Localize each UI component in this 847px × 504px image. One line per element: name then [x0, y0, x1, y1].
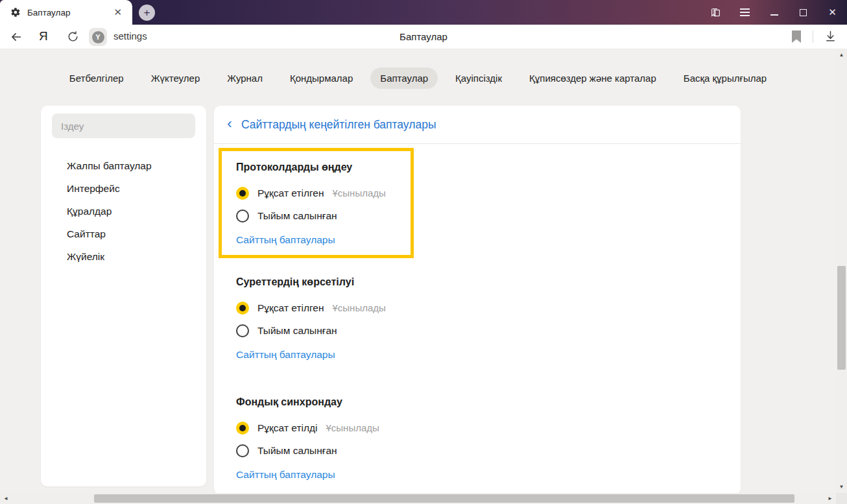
- tab-close-icon[interactable]: ✕: [111, 6, 125, 18]
- menu-button[interactable]: [730, 0, 759, 25]
- sidebar-item-sites[interactable]: Сайттар: [41, 222, 206, 245]
- radio-option-blocked[interactable]: Тыйым салынған: [236, 439, 741, 462]
- section-title: Суреттердің көрсетілуі: [236, 275, 741, 289]
- recommended-badge: Ұсынылады: [333, 187, 386, 198]
- settings-sidebar: Жалпы баптаулар Интерфейс Құралдар Сайтт…: [41, 106, 206, 486]
- horizontal-scrollbar-thumb[interactable]: [94, 494, 794, 503]
- sidebar-items: Жалпы баптаулар Интерфейс Құралдар Сайтт…: [41, 154, 206, 268]
- nav-tab-bookmarks[interactable]: Бетбелгілер: [60, 67, 134, 89]
- chevron-left-icon: ‹: [224, 117, 235, 131]
- toolbar-divider: [813, 30, 813, 43]
- scroll-up-icon[interactable]: ▲: [836, 51, 847, 60]
- hamburger-icon: [740, 8, 750, 16]
- radio-label: Тыйым салынған: [257, 210, 337, 222]
- radio-unselected-icon[interactable]: [236, 324, 249, 337]
- panels-glyph: [710, 8, 721, 18]
- scrollbar-corner: [836, 493, 847, 504]
- site-settings-link[interactable]: Сайттың баптаулары: [236, 233, 335, 247]
- close-window-button[interactable]: ✕: [818, 0, 847, 25]
- radio-unselected-icon[interactable]: [236, 444, 249, 457]
- radio-selected-icon[interactable]: [236, 422, 249, 435]
- scroll-down-icon[interactable]: ▼: [836, 483, 847, 492]
- minimize-icon: [770, 14, 778, 16]
- maximize-button[interactable]: [789, 0, 818, 25]
- page-title: Сайттардың кеңейтілген баптаулары: [241, 118, 436, 132]
- radio-option-allowed[interactable]: Рұқсат етілген Ұсынылады: [236, 296, 741, 319]
- new-tab-button[interactable]: +: [139, 5, 155, 21]
- recommended-badge: Ұсынылады: [326, 422, 379, 433]
- sidebar-item-interface[interactable]: Интерфейс: [41, 177, 206, 200]
- nav-tab-history[interactable]: Журнал: [217, 67, 272, 89]
- horizontal-scrollbar[interactable]: ◄ ►: [0, 493, 836, 504]
- scroll-right-icon[interactable]: ►: [826, 493, 835, 504]
- section-background-sync: Фондық синхрондау Рұқсат етілді Ұсынылад…: [236, 395, 741, 482]
- radio-option-blocked[interactable]: Тыйым салынған: [236, 204, 411, 227]
- scroll-left-icon[interactable]: ◄: [1, 493, 10, 504]
- browser-tab-strip: Баптаулар ✕ + ✕: [0, 0, 847, 25]
- search-input[interactable]: [52, 114, 195, 138]
- window-controls: ✕: [701, 0, 847, 25]
- browser-tab-active[interactable]: Баптаулар ✕: [0, 0, 132, 25]
- recommended-badge: Ұсынылады: [333, 302, 386, 313]
- radio-unselected-icon[interactable]: [236, 210, 249, 222]
- gear-icon: [10, 7, 21, 18]
- radio-label: Тыйым салынған: [257, 445, 337, 457]
- section-title: Фондық синхрондау: [236, 395, 741, 409]
- nav-tab-extensions[interactable]: Қондырмалар: [280, 67, 363, 89]
- radio-option-blocked[interactable]: Тыйым салынған: [236, 319, 741, 342]
- section-image-display: Суреттердің көрсетілуі Рұқсат етілген Ұс…: [236, 275, 741, 362]
- vertical-scrollbar-thumb[interactable]: [837, 266, 846, 370]
- download-icon[interactable]: [824, 30, 837, 43]
- nav-tab-passwords[interactable]: Құпиясөздер және карталар: [519, 67, 666, 89]
- nav-tab-settings[interactable]: Баптаулар: [370, 67, 438, 89]
- toolbar-page-title: Баптаулар: [0, 31, 847, 42]
- minimize-button[interactable]: [759, 0, 789, 25]
- section-title: Протоколдарды өңдеу: [236, 160, 411, 174]
- sidebar-item-system[interactable]: Жүйелік: [41, 245, 206, 268]
- browser-toolbar: Я Y settings Баптаулар: [0, 25, 847, 49]
- page-header[interactable]: ‹ Сайттардың кеңейтілген баптаулары: [214, 106, 741, 144]
- sidebar-item-tools[interactable]: Құралдар: [41, 200, 206, 222]
- sidebar-item-general[interactable]: Жалпы баптаулар: [41, 154, 206, 177]
- nav-tab-other-devices[interactable]: Басқа құрылғылар: [674, 67, 776, 89]
- radio-selected-icon[interactable]: [236, 187, 249, 200]
- side-panel-icon[interactable]: [701, 0, 730, 25]
- section-protocol-handling: Протоколдарды өңдеу Рұқсат етілген Ұсыны…: [219, 148, 414, 258]
- radio-option-allowed[interactable]: Рұқсат етілген Ұсынылады: [236, 182, 411, 204]
- maximize-icon: [800, 9, 807, 16]
- bookmark-icon[interactable]: [791, 30, 802, 43]
- radio-label: Тыйым салынған: [257, 325, 337, 337]
- radio-option-allowed[interactable]: Рұқсат етілді Ұсынылады: [236, 416, 741, 439]
- settings-nav-tabs: Бетбелгілер Жүктеулер Журнал Қондырмалар…: [0, 67, 836, 89]
- settings-main-panel: ‹ Сайттардың кеңейтілген баптаулары Прот…: [214, 106, 741, 495]
- tab-title: Баптаулар: [27, 8, 104, 18]
- nav-tab-security[interactable]: Қауіпсіздік: [446, 67, 512, 89]
- radio-selected-icon[interactable]: [236, 302, 249, 315]
- site-settings-link[interactable]: Сайттың баптаулары: [236, 348, 335, 362]
- radio-label: Рұқсат етілді: [257, 422, 318, 434]
- radio-label: Рұқсат етілген: [257, 302, 324, 314]
- radio-label: Рұқсат етілген: [257, 187, 324, 199]
- vertical-scrollbar[interactable]: ▲ ▼: [836, 49, 847, 493]
- nav-tab-downloads[interactable]: Жүктеулер: [141, 67, 210, 89]
- site-settings-link[interactable]: Сайттың баптаулары: [236, 468, 335, 482]
